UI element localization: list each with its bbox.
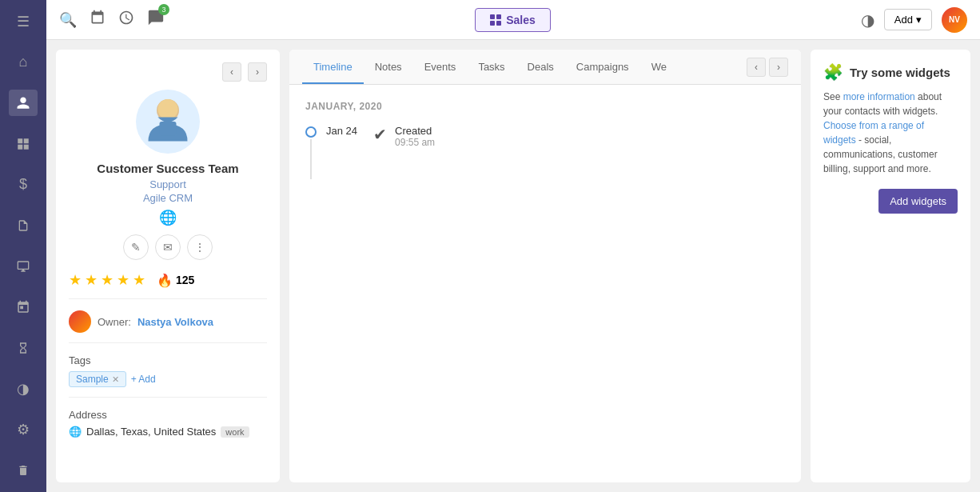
tag-sample: Sample ✕ (69, 371, 126, 387)
widget-title: Try some widgets (850, 66, 950, 79)
event-title: Created (395, 125, 435, 137)
svg-rect-3 (24, 145, 29, 150)
tab-we[interactable]: We (640, 50, 678, 84)
timeline-item: Jan 24 ✔ Created 09:55 am (305, 125, 785, 179)
sidebar-settings-icon[interactable]: ⚙ (9, 417, 38, 443)
svg-rect-2 (18, 145, 22, 150)
svg-rect-0 (18, 138, 22, 143)
tab-notes[interactable]: Notes (364, 50, 413, 84)
address-row: 🌐 Dallas, Texas, United States work (69, 426, 267, 438)
add-label: Add (894, 14, 913, 26)
content-area: ‹ › Customer Success Team Support A (46, 40, 980, 492)
panel-navigation: ‹ › (69, 62, 267, 82)
sidebar-calendar-icon[interactable] (9, 294, 38, 321)
contact-name: Customer Success Team (69, 162, 267, 175)
topbar-right: ◑ Add ▾ NV (861, 7, 967, 33)
chevron-down-icon: ▾ (916, 14, 922, 26)
svg-rect-6 (160, 122, 177, 136)
puzzle-icon: 🧩 (823, 62, 843, 82)
owner-avatar (69, 310, 91, 333)
email-button[interactable]: ✉ (155, 234, 181, 260)
timeline-event: ✔ Created 09:55 am (373, 125, 435, 148)
edit-button[interactable]: ✎ (123, 234, 149, 260)
owner-label: Owner: (98, 316, 131, 328)
sidebar-document-icon[interactable] (9, 212, 38, 238)
timeline-check-icon: ✔ (373, 125, 387, 144)
topbar-center: Sales (177, 8, 848, 32)
widget-link-2[interactable]: Choose from a range of widgets (823, 120, 924, 146)
owner-name[interactable]: Nastya Volkova (137, 316, 213, 328)
contact-actions: ✎ ✉ ⋮ (69, 234, 267, 260)
timeline-month: JANUARY, 2020 (305, 101, 785, 112)
remove-tag-button[interactable]: ✕ (112, 374, 119, 385)
sidebar-money-icon[interactable]: $ (9, 171, 38, 198)
notification-icon[interactable]: 3 (147, 9, 165, 30)
next-contact-button[interactable]: › (248, 62, 267, 82)
score-value: 125 (176, 274, 194, 286)
tab-nav-arrows: ‹ › (747, 58, 788, 77)
star-2: ★ (85, 271, 98, 289)
address-section: Address 🌐 Dallas, Texas, United States w… (69, 409, 267, 438)
widgets-panel: 🧩 Try some widgets See more information … (811, 50, 970, 482)
timeline-content: JANUARY, 2020 Jan 24 ✔ Created 09:55 am (289, 85, 801, 482)
star-3: ★ (101, 271, 114, 289)
tab-tasks[interactable]: Tasks (467, 50, 516, 84)
sidebar-hourglass-icon[interactable] (9, 335, 38, 362)
timeline-date: Jan 24 (326, 125, 357, 137)
search-icon[interactable]: 🔍 (59, 11, 77, 29)
sales-button[interactable]: Sales (475, 8, 551, 32)
add-button[interactable]: Add ▾ (884, 9, 932, 30)
star-4: ★ (117, 271, 129, 289)
sidebar-contacts-icon[interactable] (9, 90, 38, 116)
sidebar-trash-icon[interactable] (9, 458, 38, 484)
contact-company: Agile CRM (69, 192, 267, 204)
tab-timeline[interactable]: Timeline (302, 50, 364, 84)
address-type-badge: work (221, 426, 249, 438)
contact-avatar (69, 90, 267, 154)
owner-row: Owner: Nastya Volkova (69, 310, 267, 343)
tab-next-button[interactable]: › (769, 58, 788, 77)
user-avatar[interactable]: NV (942, 7, 967, 33)
calendar-icon[interactable] (90, 10, 106, 30)
topbar: 🔍 3 Sales ◑ Add ▾ NV (46, 0, 980, 40)
notification-badge: 3 (158, 4, 169, 15)
add-widgets-button[interactable]: Add widgets (878, 189, 958, 214)
address-globe-icon: 🌐 (69, 426, 82, 438)
contact-role: Support (69, 178, 267, 190)
more-options-button[interactable]: ⋮ (187, 234, 213, 260)
tab-deals[interactable]: Deals (516, 50, 565, 84)
timeline-dot (305, 126, 317, 138)
tags-row: Sample ✕ + Add (69, 371, 267, 387)
svg-rect-1 (24, 138, 29, 143)
widget-description: See more information about your contacts… (823, 90, 958, 176)
sidebar-grid-icon[interactable] (9, 130, 38, 157)
add-tag-button[interactable]: + Add (131, 374, 156, 385)
prev-contact-button[interactable]: ‹ (222, 62, 241, 82)
tabs-bar: Timeline Notes Events Tasks Deals Campai… (289, 50, 801, 85)
widget-link-1[interactable]: more information (843, 91, 915, 102)
sidebar-monitor-icon[interactable] (9, 253, 38, 279)
sidebar: ☰ ⌂ $ ◑ ⚙ (0, 0, 46, 492)
address-label: Address (69, 409, 267, 421)
star-5: ★ (133, 271, 145, 289)
sales-label: Sales (506, 14, 536, 26)
widget-header: 🧩 Try some widgets (823, 62, 958, 82)
contact-globe-icon: 🌐 (69, 209, 267, 226)
fire-score: 🔥 125 (157, 273, 194, 288)
event-time: 09:55 am (395, 137, 435, 148)
contact-panel: ‹ › Customer Success Team Support A (56, 50, 280, 482)
sidebar-home-icon[interactable]: ⌂ (9, 49, 38, 75)
tab-prev-button[interactable]: ‹ (747, 58, 766, 77)
tab-events[interactable]: Events (413, 50, 468, 84)
star-1: ★ (69, 271, 82, 289)
sidebar-chart-icon[interactable]: ◑ (9, 376, 38, 402)
svg-point-7 (163, 104, 172, 113)
half-moon-icon[interactable]: ◑ (861, 10, 874, 30)
clock-icon[interactable] (118, 10, 134, 30)
timeline-panel: Timeline Notes Events Tasks Deals Campai… (289, 50, 801, 482)
sidebar-menu-icon[interactable]: ☰ (9, 8, 38, 34)
tags-label: Tags (69, 354, 267, 366)
tags-section: Tags Sample ✕ + Add (69, 354, 267, 398)
tag-value: Sample (76, 374, 109, 385)
tab-campaigns[interactable]: Campaigns (565, 50, 640, 84)
